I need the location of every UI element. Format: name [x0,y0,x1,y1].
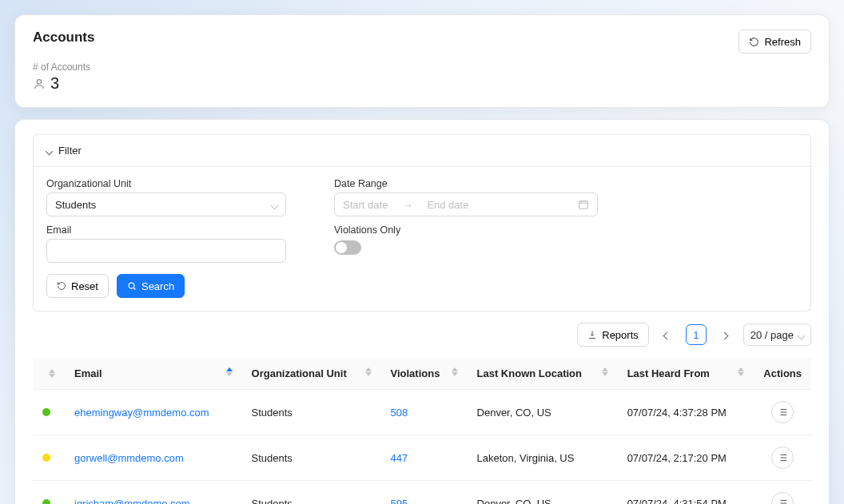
row-actions-button[interactable] [771,401,794,423]
account-email-link[interactable]: ehemingway@mmdemo.com [74,407,209,419]
main-card: Filter Organizational Unit Students Emai… [14,119,830,504]
filter-header[interactable]: Filter [33,134,811,167]
accounts-count-value: 3 [50,74,59,93]
violations-only-label: Violations Only [334,224,598,236]
status-dot [42,499,50,505]
col-location[interactable]: Last Known Location [468,358,618,390]
list-icon [777,452,788,463]
cell-location: Laketon, Virginia, US [468,435,618,481]
accounts-table: Email Organizational Unit Violations Las… [33,358,811,504]
date-range-label: Date Range [334,178,598,189]
col-org-unit[interactable]: Organizational Unit [242,358,381,390]
page-size-select[interactable]: 20 / page [743,323,811,346]
search-button[interactable]: Search [117,274,185,298]
cell-location: Denver, CO, US [468,390,618,435]
email-label: Email [46,224,286,236]
arrow-right-icon: → [402,199,412,211]
chevron-down-icon [272,199,277,211]
filter-body: Organizational Unit Students Email Date … [33,167,811,312]
pager-page[interactable]: 1 [686,324,707,345]
status-dot [42,454,50,462]
refresh-icon [749,37,759,47]
violations-link[interactable]: 595 [391,498,408,505]
list-icon [777,407,788,418]
table-row: ehemingway@mmdemo.comStudents508Denver, … [33,390,811,435]
cell-org-unit: Students [242,435,381,481]
pager-prev[interactable] [657,324,678,345]
table-row: gorwell@mmdemo.comStudents447Laketon, Vi… [33,435,811,481]
cell-org-unit: Students [242,390,381,435]
table-row: jgrisham@mmdemo.comStudents595Denver, CO… [33,481,811,505]
reports-button[interactable]: Reports [577,323,649,347]
header-card: Accounts Refresh # of Accounts 3 [14,14,830,108]
pager-next[interactable] [715,324,735,345]
status-dot [42,408,50,416]
cell-last-heard: 07/07/24, 4:31:54 PM [618,481,754,505]
col-email[interactable]: Email [65,358,242,390]
account-email-link[interactable]: gorwell@mmdemo.com [74,452,184,464]
date-range-picker[interactable]: Start date → End date [334,192,598,216]
page-title: Accounts [33,30,94,46]
svg-point-0 [37,79,41,83]
org-unit-label: Organizational Unit [46,178,286,189]
pager-top: Reports 1 20 / page [33,323,811,347]
violations-link[interactable]: 508 [391,407,408,419]
violations-only-toggle[interactable] [334,240,361,255]
cell-last-heard: 07/07/24, 2:17:20 PM [618,435,754,481]
chevron-down-icon [798,329,804,341]
cell-org-unit: Students [242,481,381,505]
accounts-count-label: # of Accounts [33,62,811,73]
refresh-button[interactable]: Refresh [738,30,811,54]
search-icon [127,281,137,291]
col-last-heard[interactable]: Last Heard From [618,358,754,390]
reset-icon [57,281,66,291]
violations-link[interactable]: 447 [391,452,408,464]
col-violations[interactable]: Violations [381,358,468,390]
svg-rect-1 [579,201,588,208]
svg-point-2 [129,283,134,288]
col-actions: Actions [754,358,811,390]
calendar-icon [578,199,589,210]
email-input[interactable] [46,239,286,263]
download-icon [587,330,597,339]
row-actions-button[interactable] [771,492,794,504]
chevron-down-icon [46,145,52,157]
reset-button[interactable]: Reset [46,274,109,298]
account-email-link[interactable]: jgrisham@mmdemo.com [74,498,190,505]
list-icon [777,498,788,504]
org-unit-select[interactable]: Students [46,192,286,216]
cell-location: Denver, CO, US [468,481,618,505]
cell-last-heard: 07/07/24, 4:37:28 PM [618,390,754,435]
col-status[interactable] [33,358,65,390]
person-icon [33,77,46,90]
row-actions-button[interactable] [771,446,794,469]
